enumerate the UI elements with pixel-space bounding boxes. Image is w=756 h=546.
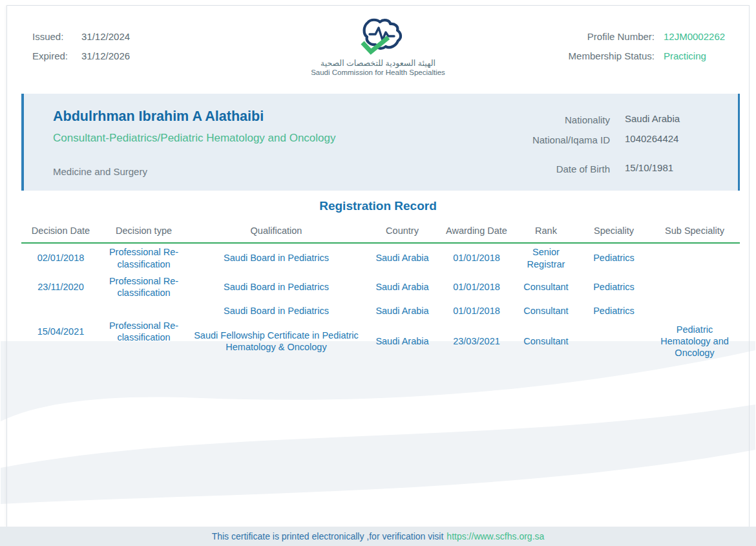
expired-label: Expired:: [32, 50, 79, 61]
cell-speciality: [578, 320, 649, 362]
info-spacer: [476, 145, 744, 162]
cell-awarding-date: 23/03/2021: [439, 320, 514, 362]
national-id-label: National/Iqama ID: [476, 133, 610, 145]
practitioner-card: Abdulrhman Ibrahim A Alathaibi Consultan…: [21, 94, 740, 191]
cell-country: Saudi Arabia: [365, 320, 439, 362]
scfhs-logo: الهيئة السعودية للتخصصات الصحية Saudi Co…: [281, 17, 475, 76]
cell-speciality: Pediatrics: [578, 243, 649, 273]
cell-country: Saudi Arabia: [365, 301, 439, 320]
logo-arabic-text: الهيئة السعودية للتخصصات الصحية: [281, 58, 475, 68]
national-id-value: 1040264424: [625, 133, 744, 145]
cell-speciality: Pediatrics: [578, 301, 649, 320]
col-country: Country: [365, 222, 439, 243]
cell-rank: Consultant: [514, 273, 578, 301]
table-row: 15/04/2021 Professional Re-classificatio…: [21, 301, 740, 320]
table-row: 23/11/2020 Professional Re-classificatio…: [21, 273, 740, 301]
cell-decision-date: 02/01/2018: [21, 243, 100, 273]
col-decision-type: Decision type: [100, 222, 187, 243]
cell-qualification: Saudi Board in Pediatrics: [187, 301, 365, 320]
cell-decision-type: Professional Re-classification: [100, 301, 187, 362]
cell-awarding-date: 01/01/2018: [439, 243, 514, 273]
cell-awarding-date: 01/01/2018: [439, 273, 514, 301]
validity-dates: Issued: 31/12/2024 Expired: 31/12/2026: [32, 31, 130, 70]
footer-text: This certificate is printed electronical…: [212, 531, 444, 541]
registration-record-title: Registration Record: [0, 199, 756, 213]
cell-sub-speciality: [649, 243, 740, 273]
date-of-birth-value: 15/10/1981: [625, 162, 744, 174]
profile-status-block: Profile Number: 12JM0002262 Membership S…: [541, 31, 740, 61]
certificate-header: Issued: 31/12/2024 Expired: 31/12/2026 ا…: [0, 0, 756, 90]
cell-decision-date: 23/11/2020: [21, 273, 100, 301]
col-awarding-date: Awarding Date: [439, 222, 514, 243]
membership-status-value: Practicing: [664, 50, 740, 61]
expired-value: 31/12/2026: [81, 50, 130, 61]
table-row: 02/01/2018 Professional Re-classificatio…: [21, 243, 740, 273]
col-speciality: Speciality: [578, 222, 649, 243]
cell-qualification: Saudi Board in Pediatrics: [187, 273, 365, 301]
scfhs-map-heartbeat-icon: [348, 17, 408, 57]
cell-decision-type: Professional Re-classification: [100, 273, 187, 301]
date-of-birth-label: Date of Birth: [476, 162, 610, 174]
cell-qualification: Saudi Fellowship Certificate in Pediatri…: [187, 320, 365, 362]
registration-record-table: Decision Date Decision type Qualificatio…: [21, 222, 740, 362]
profile-number-value: 12JM0002262: [664, 31, 740, 42]
cell-decision-type: Professional Re-classification: [100, 243, 187, 273]
profile-number-label: Profile Number:: [541, 31, 655, 42]
cell-awarding-date: 01/01/2018: [439, 301, 514, 320]
table-header-row: Decision Date Decision type Qualificatio…: [21, 222, 740, 243]
cell-country: Saudi Arabia: [365, 243, 439, 273]
cell-speciality: Pediatrics: [578, 273, 649, 301]
cell-sub-speciality: Pediatric Hematology and Oncology: [649, 320, 740, 362]
background-swoosh: [1, 341, 755, 527]
practitioner-name: Abdulrhman Ibrahim A Alathaibi: [53, 109, 264, 125]
cell-sub-speciality: [649, 301, 740, 320]
cell-rank: Senior Registrar: [514, 243, 578, 273]
nationality-value: Saudi Arabia: [625, 113, 744, 133]
cell-sub-speciality: [649, 273, 740, 301]
col-qualification: Qualification: [187, 222, 365, 243]
nationality-label: Nationality: [476, 113, 610, 133]
issued-label: Issued:: [32, 31, 79, 42]
cell-rank: Consultant: [514, 320, 578, 362]
col-sub-speciality: Sub Speciality: [649, 222, 740, 243]
practitioner-identity-info: Nationality Saudi Arabia National/Iqama …: [476, 113, 744, 174]
cell-decision-date: 15/04/2021: [21, 301, 100, 362]
membership-status-label: Membership Status:: [541, 50, 655, 61]
verification-link[interactable]: https://www.scfhs.org.sa: [446, 531, 544, 541]
col-rank: Rank: [514, 222, 578, 243]
practitioner-title: Consultant-Pediatrics/Pediatric Hematolo…: [53, 131, 337, 146]
issued-value: 31/12/2024: [81, 31, 130, 42]
verification-footer: This certificate is printed electronical…: [0, 527, 756, 546]
cell-qualification: Saudi Board in Pediatrics: [187, 243, 365, 273]
practitioner-degree: Medicine and Surgery: [53, 166, 147, 177]
cell-country: Saudi Arabia: [365, 273, 439, 301]
logo-english-text: Saudi Commission for Health Specialties: [281, 68, 475, 76]
cell-rank: Consultant: [514, 301, 578, 320]
col-decision-date: Decision Date: [21, 222, 100, 243]
